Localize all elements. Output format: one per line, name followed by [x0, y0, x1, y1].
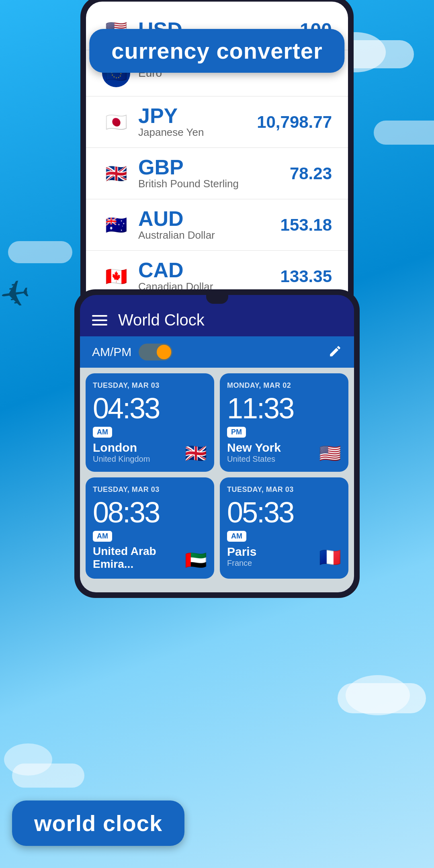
gbp-code: GBP	[138, 157, 290, 178]
uae-flag: 🇦🇪	[185, 550, 207, 571]
gbp-name: British Pound Sterling	[138, 178, 290, 190]
uae-clock-card[interactable]: TUESDAY, MAR 03 08:33 AM United Arab Emi…	[86, 477, 214, 579]
world-clock-label-text: world clock	[34, 811, 162, 836]
aud-code: AUD	[138, 208, 280, 229]
paris-date: TUESDAY, MAR 03	[227, 485, 341, 494]
phone-notch	[206, 295, 228, 304]
london-flag: 🇬🇧	[185, 443, 207, 464]
jpy-name: Japanese Yen	[138, 126, 257, 139]
world-clock-phone: World Clock AM/PM TUESDAY, MAR 03 04:33	[74, 289, 360, 598]
ampm-label: AM/PM	[92, 345, 131, 359]
hamburger-line-2	[92, 319, 107, 321]
london-date: TUESDAY, MAR 03	[93, 381, 207, 390]
newyork-date: MONDAY, MAR 02	[227, 381, 341, 390]
toggle-thumb	[157, 345, 171, 359]
paris-city: Paris	[227, 545, 256, 559]
gbp-row: 🇬🇧 GBP British Pound Sterling 78.23	[86, 148, 348, 199]
ampm-toggle-row: AM/PM	[92, 344, 172, 360]
paris-clock-card[interactable]: TUESDAY, MAR 03 05:33 AM Paris France 🇫🇷	[220, 477, 348, 579]
uae-time: 08:33	[93, 498, 207, 527]
cad-flag: 🇨🇦	[102, 262, 130, 291]
currency-converter-label-text: currency converter	[111, 38, 322, 63]
newyork-city: New York	[227, 441, 281, 454]
pencil-icon	[328, 344, 342, 358]
paris-time: 05:33	[227, 498, 341, 527]
paris-country: France	[227, 559, 256, 568]
ampm-toggle-switch[interactable]	[139, 344, 172, 360]
cad-value: 133.35	[280, 267, 332, 286]
edit-button[interactable]	[328, 344, 342, 360]
aud-name: Australian Dollar	[138, 229, 280, 242]
jpy-flag: 🇯🇵	[102, 108, 130, 136]
uae-city: United Arab Emira...	[93, 545, 185, 571]
london-country: United Kingdom	[93, 454, 150, 464]
hamburger-line-1	[92, 315, 107, 317]
newyork-ampm-badge: PM	[227, 427, 246, 438]
gbp-value: 78.23	[290, 164, 332, 183]
london-ampm-badge: AM	[93, 427, 112, 438]
aud-row: 🇦🇺 AUD Australian Dollar 153.18	[86, 199, 348, 251]
paris-ampm-badge: AM	[227, 531, 246, 542]
airplane-decoration: ✈	[0, 271, 33, 317]
currency-phone: currency converter 🇺🇸 USD 100 🇪🇺 Euro 🇯🇵…	[80, 0, 354, 320]
jpy-value: 10,798.77	[257, 113, 332, 132]
currency-converter-label: currency converter	[89, 29, 344, 73]
newyork-time: 11:33	[227, 394, 341, 423]
world-clock-bottom-label: world clock	[12, 800, 184, 846]
world-clock-title: World Clock	[118, 311, 205, 329]
world-clock-app-header: World Clock	[80, 304, 354, 336]
aud-value: 153.18	[280, 215, 332, 235]
london-clock-card[interactable]: TUESDAY, MAR 03 04:33 AM London United K…	[86, 373, 214, 472]
newyork-clock-card[interactable]: MONDAY, MAR 02 11:33 PM New York United …	[220, 373, 348, 472]
uae-date: TUESDAY, MAR 03	[93, 485, 207, 494]
cad-code: CAD	[138, 260, 280, 280]
paris-flag: 🇫🇷	[319, 547, 341, 568]
clock-grid: TUESDAY, MAR 03 04:33 AM London United K…	[80, 368, 354, 584]
clock-toolbar: AM/PM	[80, 336, 354, 368]
aud-flag: 🇦🇺	[102, 211, 130, 239]
london-city: London	[93, 441, 150, 454]
jpy-row: 🇯🇵 JPY Japanese Yen 10,798.77	[86, 96, 348, 148]
jpy-code: JPY	[138, 105, 257, 126]
newyork-flag: 🇺🇸	[319, 443, 341, 464]
gbp-flag: 🇬🇧	[102, 160, 130, 188]
hamburger-menu-button[interactable]	[90, 313, 109, 328]
newyork-country: United States	[227, 454, 281, 464]
london-time: 04:33	[93, 394, 207, 423]
hamburger-line-3	[92, 324, 107, 326]
uae-ampm-badge: AM	[93, 531, 112, 542]
